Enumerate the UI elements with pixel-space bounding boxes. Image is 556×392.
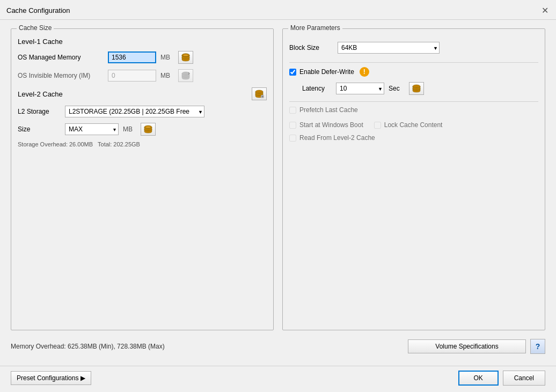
defer-write-checkbox[interactable] <box>289 69 296 76</box>
svg-point-4 <box>255 90 263 93</box>
os-invisible-unit: MB <box>160 72 174 79</box>
lock-cache-checkbox[interactable] <box>374 122 381 129</box>
cache-size-legend: Cache Size <box>17 24 54 32</box>
more-parameters-panel: More Parameters Block Size 16KB 32KB 64K… <box>282 28 545 330</box>
size-unit: MB <box>123 125 136 133</box>
start-windows-checkbox[interactable] <box>289 122 296 129</box>
defer-write-label: Enable Defer-Write <box>299 68 354 76</box>
os-invisible-label: OS Invisible Memory (IM) <box>18 72 104 79</box>
read-level2-row: Read From Level-2 Cache <box>289 134 538 142</box>
l2-storage-select-wrapper: L2STORAGE (202.25GB | 202.25GB Free ▾ <box>65 106 204 117</box>
latency-icon-btn[interactable] <box>409 82 424 95</box>
size-select-wrapper: MAX <box>65 123 119 135</box>
os-managed-unit: MB <box>160 54 174 61</box>
l2-storage-label: L2 Storage <box>18 108 61 115</box>
prefetch-checkbox[interactable] <box>289 107 296 114</box>
latency-db-icon <box>412 84 421 93</box>
size-label: Size <box>18 125 61 133</box>
start-windows-row: Start at Windows Boot <box>289 121 363 129</box>
defer-write-row: Enable Defer-Write ! <box>289 67 538 77</box>
preset-arrow: ▶ <box>81 374 85 382</box>
window-title: Cache Configuration <box>6 6 70 14</box>
preset-configurations-button[interactable]: Preset Configurations ▶ <box>11 371 91 385</box>
l2-storage-select[interactable]: L2STORAGE (202.25GB | 202.25GB Free <box>65 106 204 117</box>
footer-bar: Preset Configurations ▶ OK Cancel <box>0 366 556 392</box>
sec-label: Sec <box>389 85 405 92</box>
os-invisible-row: OS Invisible Memory (IM) MB <box>18 69 267 82</box>
storage-info: Storage Overhead: 26.00MB Total: 202.25G… <box>18 141 267 147</box>
preset-label: Preset Configurations <box>17 374 78 382</box>
storage-overhead-text: Storage Overhead: 26.00MB <box>18 141 93 147</box>
latency-label: Latency <box>302 85 332 92</box>
read-level2-checkbox[interactable] <box>289 135 296 142</box>
panels-container: Cache Size Level-1 Cache OS Managed Memo… <box>11 28 545 330</box>
os-managed-row: OS Managed Memory MB <box>18 51 267 64</box>
title-bar: Cache Configuration ✕ <box>0 0 556 20</box>
block-size-row: Block Size 16KB 32KB 64KB 128KB 256KB ▾ <box>289 42 538 54</box>
divider-1 <box>289 62 538 63</box>
database-icon <box>181 53 191 62</box>
svg-point-10 <box>413 85 420 88</box>
boot-lock-row: Start at Windows Boot Lock Cache Content <box>289 121 538 129</box>
bottom-bar: Memory Overhead: 625.38MB (Min), 728.38M… <box>11 336 545 357</box>
level1-title: Level-1 Cache <box>18 38 267 46</box>
read-level2-label: Read From Level-2 Cache <box>299 134 375 142</box>
block-size-label: Block Size <box>289 44 332 51</box>
prefetch-row: Prefetch Last Cache <box>289 106 538 114</box>
block-size-select[interactable]: 16KB 32KB 64KB 128KB 256KB <box>338 42 440 54</box>
memory-overhead-text: Memory Overhead: 625.38MB (Min), 728.38M… <box>11 343 165 350</box>
os-invisible-icon-btn[interactable] <box>178 69 193 82</box>
cancel-button[interactable]: Cancel <box>503 371 545 386</box>
more-parameters-legend: More Parameters <box>288 24 342 32</box>
os-managed-input[interactable] <box>108 51 156 63</box>
latency-select[interactable]: 5 10 15 20 30 <box>336 83 384 94</box>
lock-cache-label: Lock Cache Content <box>384 121 443 129</box>
size-row: Size MAX MB <box>18 123 267 136</box>
latency-row: Latency 5 10 15 20 30 ▾ Sec <box>302 82 538 95</box>
size-icon-btn[interactable] <box>141 123 156 136</box>
main-content: Cache Size Level-1 Cache OS Managed Memo… <box>0 20 556 366</box>
cache-size-panel: Cache Size Level-1 Cache OS Managed Memo… <box>11 28 274 330</box>
database-settings-icon <box>254 90 264 98</box>
ok-cancel-row: OK Cancel <box>458 371 545 386</box>
divider-2 <box>289 101 538 102</box>
os-managed-label: OS Managed Memory <box>18 54 104 61</box>
help-button[interactable]: ? <box>530 339 545 354</box>
database-return-icon <box>181 71 191 80</box>
volume-specifications-button[interactable]: Volume Specifications <box>408 339 526 353</box>
os-invisible-input <box>108 70 156 82</box>
cache-configuration-window: Cache Configuration ✕ Cache Size Level-1… <box>0 0 556 392</box>
block-size-select-wrapper: 16KB 32KB 64KB 128KB 256KB ▾ <box>338 42 440 54</box>
latency-select-wrapper: 5 10 15 20 30 ▾ <box>336 83 384 94</box>
level2-title: Level-2 Cache <box>18 90 63 98</box>
bottom-button-row: Volume Specifications ? <box>408 339 545 354</box>
prefetch-label: Prefetch Last Cache <box>299 106 358 114</box>
svg-point-3 <box>182 72 189 75</box>
level2-header: Level-2 Cache <box>18 87 267 100</box>
database-icon-2 <box>143 125 153 134</box>
size-select[interactable]: MAX <box>65 123 119 135</box>
os-managed-icon-btn[interactable] <box>178 51 193 64</box>
warning-icon: ! <box>360 67 369 77</box>
close-button[interactable]: ✕ <box>540 5 550 15</box>
start-windows-label: Start at Windows Boot <box>299 121 363 129</box>
total-text: Total: 202.25GB <box>98 141 140 147</box>
svg-point-9 <box>146 127 150 128</box>
svg-point-2 <box>184 55 188 56</box>
ok-button[interactable]: OK <box>458 371 499 386</box>
l2-storage-row: L2 Storage L2STORAGE (202.25GB | 202.25G… <box>18 106 267 117</box>
lock-cache-row: Lock Cache Content <box>374 121 443 129</box>
level2-icon-btn[interactable] <box>252 87 267 100</box>
